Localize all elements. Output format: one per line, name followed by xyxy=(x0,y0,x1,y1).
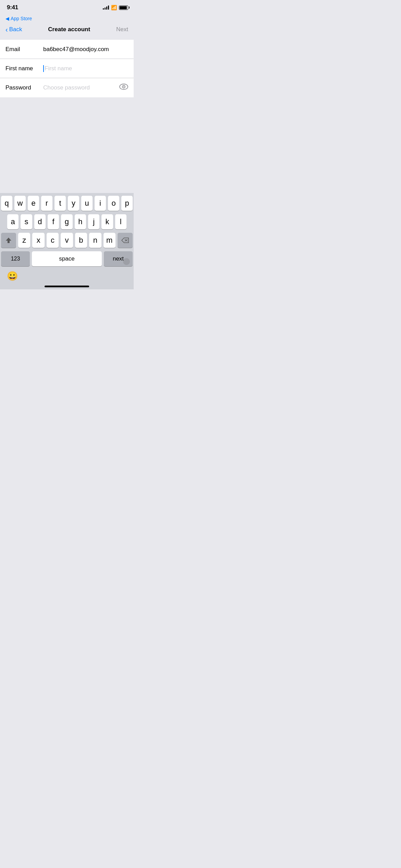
email-value: ba6bec47@moodjoy.com xyxy=(43,46,109,53)
home-indicator xyxy=(0,286,134,289)
key-t[interactable]: t xyxy=(54,196,66,211)
key-i[interactable]: i xyxy=(95,196,106,211)
keyboard-next-key[interactable]: next xyxy=(104,251,133,266)
password-row[interactable]: Password xyxy=(0,78,134,97)
key-w[interactable]: w xyxy=(14,196,26,211)
globe-icon xyxy=(123,258,130,265)
key-x[interactable]: x xyxy=(32,233,44,248)
key-l[interactable]: l xyxy=(115,214,126,229)
key-n[interactable]: n xyxy=(89,233,101,248)
gray-area xyxy=(0,97,134,186)
email-label: Email xyxy=(5,46,43,53)
svg-point-2 xyxy=(123,86,124,87)
keyboard-row-2: a s d f g h j k l xyxy=(1,214,133,229)
delete-key[interactable] xyxy=(118,233,133,248)
key-k[interactable]: k xyxy=(101,214,113,229)
key-o[interactable]: o xyxy=(108,196,119,211)
key-y[interactable]: y xyxy=(68,196,79,211)
nav-bar: ‹ Back Create account Next xyxy=(0,22,134,37)
emoji-button[interactable]: 😀 xyxy=(5,269,19,283)
app-store-label: App Store xyxy=(11,16,32,21)
key-b[interactable]: b xyxy=(75,233,87,248)
battery-icon xyxy=(119,5,128,10)
key-v[interactable]: v xyxy=(61,233,73,248)
key-e[interactable]: e xyxy=(28,196,39,211)
key-d[interactable]: d xyxy=(34,214,46,229)
home-bar xyxy=(45,286,89,287)
status-time: 9:41 xyxy=(7,4,18,11)
email-row: Email ba6bec47@moodjoy.com xyxy=(0,40,134,59)
keyboard-row-4: 123 space next xyxy=(1,251,133,266)
key-j[interactable]: j xyxy=(88,214,99,229)
numbers-key[interactable]: 123 xyxy=(1,251,30,266)
signal-icon xyxy=(103,5,109,10)
form-container: Email ba6bec47@moodjoy.com First name Pa… xyxy=(0,40,134,97)
space-key[interactable]: space xyxy=(32,251,102,266)
password-toggle-icon[interactable] xyxy=(119,83,128,92)
key-a[interactable]: a xyxy=(7,214,19,229)
key-p[interactable]: p xyxy=(121,196,133,211)
keyboard-bottom-bar: 😀 xyxy=(0,268,134,286)
keyboard-row-1: q w e r t y u i o p xyxy=(1,196,133,211)
key-g[interactable]: g xyxy=(61,214,72,229)
key-q[interactable]: q xyxy=(1,196,12,211)
key-r[interactable]: r xyxy=(41,196,52,211)
back-chevron-icon: ‹ xyxy=(5,26,8,34)
password-row-inner xyxy=(43,83,128,92)
wifi-icon: 📶 xyxy=(111,5,117,10)
key-c[interactable]: c xyxy=(47,233,59,248)
key-s[interactable]: s xyxy=(21,214,32,229)
key-u[interactable]: u xyxy=(81,196,93,211)
shift-key[interactable] xyxy=(1,233,16,248)
keyboard[interactable]: q w e r t y u i o p a s d f g h j k l xyxy=(0,193,134,289)
password-label: Password xyxy=(5,84,43,91)
page-title: Create account xyxy=(48,26,90,33)
chevron-left-icon: ◀ xyxy=(5,16,9,21)
keyboard-row-3: z x c v b n m xyxy=(1,233,133,248)
keyboard-rows: q w e r t y u i o p a s d f g h j k l xyxy=(0,193,134,268)
app-store-nav: ◀ App Store xyxy=(0,15,134,22)
key-z[interactable]: z xyxy=(18,233,30,248)
next-button[interactable]: Next xyxy=(116,26,128,33)
first-name-input[interactable] xyxy=(43,65,128,72)
key-f[interactable]: f xyxy=(48,214,59,229)
app-store-back-button[interactable]: ◀ App Store xyxy=(5,16,32,21)
key-m[interactable]: m xyxy=(104,233,116,248)
back-label: Back xyxy=(9,26,22,33)
back-button[interactable]: ‹ Back xyxy=(5,26,22,34)
first-name-row[interactable]: First name xyxy=(0,59,134,78)
status-icons: 📶 xyxy=(103,5,128,10)
first-name-label: First name xyxy=(5,65,43,72)
password-input[interactable] xyxy=(43,84,119,91)
status-bar: 9:41 📶 xyxy=(0,0,134,15)
key-h[interactable]: h xyxy=(75,214,86,229)
